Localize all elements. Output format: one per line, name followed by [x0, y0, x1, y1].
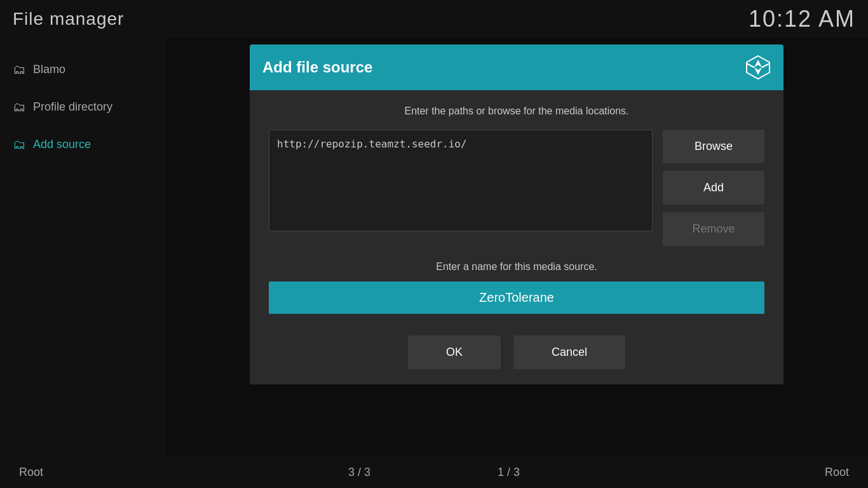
svg-marker-0 [747, 56, 770, 79]
remove-button[interactable]: Remove [663, 212, 764, 246]
dialog-header: Add file source [250, 44, 783, 90]
sidebar-item-label-profile: Profile directory [33, 100, 112, 114]
main-content: 🗂 Blamo 🗂 Profile directory 🗂 Add source… [0, 38, 868, 456]
svg-line-3 [747, 64, 754, 67]
center-area: Add file source Enter the paths or brows… [165, 38, 868, 456]
input-row: http://repozip.teamzt.seedr.io/ Browse A… [269, 130, 764, 246]
sidebar-item-label-add-source: Add source [33, 138, 91, 151]
cancel-button[interactable]: Cancel [513, 336, 625, 369]
sidebar-item-profile-directory[interactable]: 🗂 Profile directory [0, 88, 165, 126]
svg-marker-1 [754, 60, 762, 67]
dialog-title: Add file source [262, 58, 372, 76]
folder-icon-profile: 🗂 [13, 100, 25, 114]
bottom-pagination-left: 3 / 3 [348, 466, 370, 479]
ok-button[interactable]: OK [408, 336, 501, 369]
bottom-left-label: Root [19, 466, 43, 479]
dialog-backdrop: Add file source Enter the paths or brows… [165, 38, 868, 456]
dialog-footer: OK Cancel [269, 336, 764, 369]
action-buttons: Browse Add Remove [663, 130, 764, 246]
url-textarea[interactable]: http://repozip.teamzt.seedr.io/ [269, 130, 653, 231]
top-bar: File manager 10:12 AM [0, 0, 868, 38]
name-input[interactable] [269, 281, 764, 314]
bottom-right-label: Root [825, 466, 849, 479]
clock: 10:12 AM [749, 6, 855, 32]
bottom-bar: Root 3 / 3 1 / 3 Root [0, 456, 868, 488]
dialog-add-file-source: Add file source Enter the paths or brows… [250, 44, 783, 384]
folder-icon: 🗂 [13, 62, 25, 77]
sidebar-item-add-source[interactable]: 🗂 Add source [0, 126, 165, 163]
sidebar-item-blamo[interactable]: 🗂 Blamo [0, 51, 165, 88]
app-title: File manager [13, 9, 124, 29]
svg-marker-2 [754, 67, 762, 75]
kodi-logo-icon [745, 55, 771, 80]
bottom-center: 3 / 3 1 / 3 [348, 466, 520, 479]
sidebar: 🗂 Blamo 🗂 Profile directory 🗂 Add source [0, 38, 165, 456]
bottom-pagination-right: 1 / 3 [498, 466, 520, 479]
dialog-subtitle: Enter the paths or browse for the media … [269, 105, 764, 117]
name-label: Enter a name for this media source. [269, 261, 764, 273]
sidebar-item-label-blamo: Blamo [33, 63, 65, 76]
browse-button[interactable]: Browse [663, 130, 764, 163]
dialog-body: Enter the paths or browse for the media … [250, 90, 783, 384]
folder-icon-add-source: 🗂 [13, 137, 25, 152]
svg-line-4 [762, 64, 770, 67]
add-button[interactable]: Add [663, 171, 764, 205]
